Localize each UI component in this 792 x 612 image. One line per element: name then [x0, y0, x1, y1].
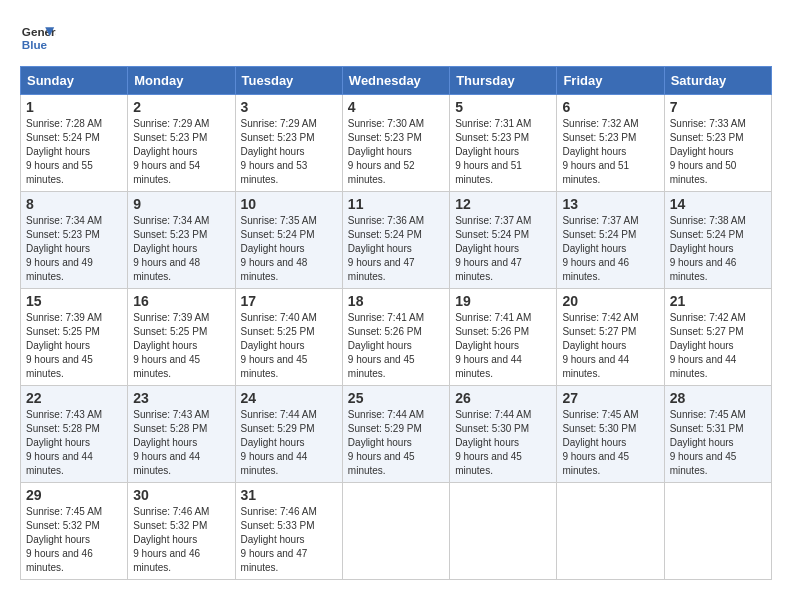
day-info: Sunrise: 7:46 AMSunset: 5:32 PMDaylight … [133, 506, 209, 573]
calendar-week-3: 15 Sunrise: 7:39 AMSunset: 5:25 PMDaylig… [21, 289, 772, 386]
calendar-week-4: 22 Sunrise: 7:43 AMSunset: 5:28 PMDaylig… [21, 386, 772, 483]
day-info: Sunrise: 7:41 AMSunset: 5:26 PMDaylight … [348, 312, 424, 379]
calendar-week-5: 29 Sunrise: 7:45 AMSunset: 5:32 PMDaylig… [21, 483, 772, 580]
day-number: 23 [133, 390, 229, 406]
calendar-cell: 3 Sunrise: 7:29 AMSunset: 5:23 PMDayligh… [235, 95, 342, 192]
calendar-cell: 9 Sunrise: 7:34 AMSunset: 5:23 PMDayligh… [128, 192, 235, 289]
calendar-cell: 7 Sunrise: 7:33 AMSunset: 5:23 PMDayligh… [664, 95, 771, 192]
day-info: Sunrise: 7:44 AMSunset: 5:29 PMDaylight … [348, 409, 424, 476]
day-number: 19 [455, 293, 551, 309]
day-info: Sunrise: 7:45 AMSunset: 5:30 PMDaylight … [562, 409, 638, 476]
calendar-cell: 24 Sunrise: 7:44 AMSunset: 5:29 PMDaylig… [235, 386, 342, 483]
calendar-cell: 29 Sunrise: 7:45 AMSunset: 5:32 PMDaylig… [21, 483, 128, 580]
day-info: Sunrise: 7:45 AMSunset: 5:32 PMDaylight … [26, 506, 102, 573]
day-number: 14 [670, 196, 766, 212]
logo-icon: General Blue [20, 20, 56, 56]
calendar-header-row: SundayMondayTuesdayWednesdayThursdayFrid… [21, 67, 772, 95]
day-info: Sunrise: 7:41 AMSunset: 5:26 PMDaylight … [455, 312, 531, 379]
day-number: 24 [241, 390, 337, 406]
day-number: 27 [562, 390, 658, 406]
day-number: 29 [26, 487, 122, 503]
calendar-cell [557, 483, 664, 580]
calendar-cell: 16 Sunrise: 7:39 AMSunset: 5:25 PMDaylig… [128, 289, 235, 386]
calendar-cell: 19 Sunrise: 7:41 AMSunset: 5:26 PMDaylig… [450, 289, 557, 386]
calendar-cell [450, 483, 557, 580]
day-number: 26 [455, 390, 551, 406]
day-number: 7 [670, 99, 766, 115]
day-info: Sunrise: 7:42 AMSunset: 5:27 PMDaylight … [562, 312, 638, 379]
day-number: 17 [241, 293, 337, 309]
day-info: Sunrise: 7:44 AMSunset: 5:30 PMDaylight … [455, 409, 531, 476]
day-number: 20 [562, 293, 658, 309]
day-info: Sunrise: 7:29 AMSunset: 5:23 PMDaylight … [241, 118, 317, 185]
day-info: Sunrise: 7:36 AMSunset: 5:24 PMDaylight … [348, 215, 424, 282]
calendar-cell: 10 Sunrise: 7:35 AMSunset: 5:24 PMDaylig… [235, 192, 342, 289]
day-info: Sunrise: 7:38 AMSunset: 5:24 PMDaylight … [670, 215, 746, 282]
day-info: Sunrise: 7:30 AMSunset: 5:23 PMDaylight … [348, 118, 424, 185]
calendar-cell: 21 Sunrise: 7:42 AMSunset: 5:27 PMDaylig… [664, 289, 771, 386]
day-info: Sunrise: 7:34 AMSunset: 5:23 PMDaylight … [26, 215, 102, 282]
day-info: Sunrise: 7:35 AMSunset: 5:24 PMDaylight … [241, 215, 317, 282]
day-number: 28 [670, 390, 766, 406]
calendar-cell: 8 Sunrise: 7:34 AMSunset: 5:23 PMDayligh… [21, 192, 128, 289]
calendar-cell: 27 Sunrise: 7:45 AMSunset: 5:30 PMDaylig… [557, 386, 664, 483]
calendar-week-1: 1 Sunrise: 7:28 AMSunset: 5:24 PMDayligh… [21, 95, 772, 192]
calendar-week-2: 8 Sunrise: 7:34 AMSunset: 5:23 PMDayligh… [21, 192, 772, 289]
calendar-cell: 5 Sunrise: 7:31 AMSunset: 5:23 PMDayligh… [450, 95, 557, 192]
day-info: Sunrise: 7:44 AMSunset: 5:29 PMDaylight … [241, 409, 317, 476]
day-info: Sunrise: 7:31 AMSunset: 5:23 PMDaylight … [455, 118, 531, 185]
logo: General Blue [20, 20, 56, 56]
day-info: Sunrise: 7:39 AMSunset: 5:25 PMDaylight … [26, 312, 102, 379]
calendar-cell [664, 483, 771, 580]
calendar-cell: 2 Sunrise: 7:29 AMSunset: 5:23 PMDayligh… [128, 95, 235, 192]
calendar-cell: 31 Sunrise: 7:46 AMSunset: 5:33 PMDaylig… [235, 483, 342, 580]
day-info: Sunrise: 7:46 AMSunset: 5:33 PMDaylight … [241, 506, 317, 573]
calendar-cell: 28 Sunrise: 7:45 AMSunset: 5:31 PMDaylig… [664, 386, 771, 483]
day-info: Sunrise: 7:37 AMSunset: 5:24 PMDaylight … [455, 215, 531, 282]
day-number: 22 [26, 390, 122, 406]
day-number: 15 [26, 293, 122, 309]
day-number: 11 [348, 196, 444, 212]
day-number: 30 [133, 487, 229, 503]
header-day-wednesday: Wednesday [342, 67, 449, 95]
calendar-table: SundayMondayTuesdayWednesdayThursdayFrid… [20, 66, 772, 580]
header-day-thursday: Thursday [450, 67, 557, 95]
calendar-cell [342, 483, 449, 580]
calendar-cell: 26 Sunrise: 7:44 AMSunset: 5:30 PMDaylig… [450, 386, 557, 483]
calendar-cell: 20 Sunrise: 7:42 AMSunset: 5:27 PMDaylig… [557, 289, 664, 386]
day-number: 12 [455, 196, 551, 212]
page-header: General Blue [20, 20, 772, 56]
calendar-cell: 25 Sunrise: 7:44 AMSunset: 5:29 PMDaylig… [342, 386, 449, 483]
calendar-cell: 4 Sunrise: 7:30 AMSunset: 5:23 PMDayligh… [342, 95, 449, 192]
calendar-cell: 1 Sunrise: 7:28 AMSunset: 5:24 PMDayligh… [21, 95, 128, 192]
calendar-body: 1 Sunrise: 7:28 AMSunset: 5:24 PMDayligh… [21, 95, 772, 580]
header-day-friday: Friday [557, 67, 664, 95]
calendar-cell: 11 Sunrise: 7:36 AMSunset: 5:24 PMDaylig… [342, 192, 449, 289]
day-number: 31 [241, 487, 337, 503]
header-day-sunday: Sunday [21, 67, 128, 95]
calendar-cell: 6 Sunrise: 7:32 AMSunset: 5:23 PMDayligh… [557, 95, 664, 192]
day-number: 16 [133, 293, 229, 309]
day-number: 2 [133, 99, 229, 115]
day-number: 5 [455, 99, 551, 115]
svg-text:Blue: Blue [22, 38, 48, 51]
day-number: 9 [133, 196, 229, 212]
day-info: Sunrise: 7:43 AMSunset: 5:28 PMDaylight … [26, 409, 102, 476]
day-number: 21 [670, 293, 766, 309]
day-number: 3 [241, 99, 337, 115]
day-info: Sunrise: 7:34 AMSunset: 5:23 PMDaylight … [133, 215, 209, 282]
day-number: 1 [26, 99, 122, 115]
calendar-cell: 17 Sunrise: 7:40 AMSunset: 5:25 PMDaylig… [235, 289, 342, 386]
header-day-saturday: Saturday [664, 67, 771, 95]
calendar-cell: 22 Sunrise: 7:43 AMSunset: 5:28 PMDaylig… [21, 386, 128, 483]
day-number: 25 [348, 390, 444, 406]
day-number: 10 [241, 196, 337, 212]
header-day-monday: Monday [128, 67, 235, 95]
day-info: Sunrise: 7:45 AMSunset: 5:31 PMDaylight … [670, 409, 746, 476]
calendar-cell: 13 Sunrise: 7:37 AMSunset: 5:24 PMDaylig… [557, 192, 664, 289]
day-info: Sunrise: 7:32 AMSunset: 5:23 PMDaylight … [562, 118, 638, 185]
day-number: 13 [562, 196, 658, 212]
calendar-cell: 30 Sunrise: 7:46 AMSunset: 5:32 PMDaylig… [128, 483, 235, 580]
header-day-tuesday: Tuesday [235, 67, 342, 95]
day-info: Sunrise: 7:28 AMSunset: 5:24 PMDaylight … [26, 118, 102, 185]
